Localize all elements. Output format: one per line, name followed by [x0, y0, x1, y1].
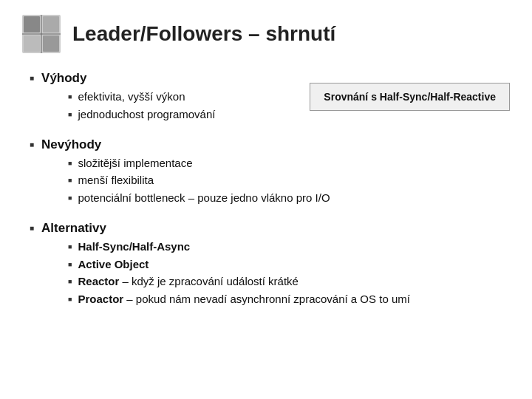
logo-icon: [22, 15, 61, 53]
sub-bullet-icon: ■: [68, 194, 72, 203]
item-text: Half-Sync/Half-Async: [78, 239, 409, 255]
list-item: ■ Proactor – pokud nám nevadí asynchronn…: [68, 291, 410, 307]
vyhody-list: ■ efektivita, vyšší výkon ■ jednoduchost…: [68, 89, 215, 123]
svg-rect-2: [43, 16, 59, 33]
svg-rect-4: [43, 35, 59, 52]
page-title: Leader/Followers – shrnutí: [72, 22, 335, 46]
item-text: efektivita, vyšší výkon: [78, 89, 215, 105]
sub-bullet-icon: ■: [68, 260, 72, 270]
sub-bullet-icon: ■: [68, 295, 72, 304]
bullet-n-1: ■: [30, 74, 34, 82]
section-title-alternativy: Alternativy: [41, 221, 410, 236]
slide-header: Leader/Followers – shrnutí: [22, 15, 510, 53]
item-text: Active Object: [78, 256, 409, 273]
svg-rect-3: [24, 35, 40, 52]
sub-bullet-icon: ■: [68, 277, 72, 287]
alternativy-list: ■ Half-Sync/Half-Async ■ Active Object ■…: [68, 239, 410, 307]
section-title-vyhody: Výhody: [41, 71, 215, 86]
section-nevyhody: ■ Nevýhody ■ složitější implementace ■ m…: [30, 137, 510, 208]
list-item: ■ Half-Sync/Half-Async: [68, 239, 410, 255]
section-alternativy: ■ Alternativy ■ Half-Sync/Half-Async ■ A…: [30, 221, 510, 309]
sub-bullet-icon: ■: [68, 176, 72, 185]
svg-rect-1: [24, 16, 40, 33]
highlight-box: Srovnání s Half-Sync/Half-Reactive: [310, 83, 510, 111]
bullet-n-2: ■: [30, 140, 34, 149]
list-item: ■ složitější implementace: [68, 155, 330, 171]
item-text: složitější implementace: [78, 155, 330, 171]
slide: Leader/Followers – shrnutí Srovnání s Ha…: [0, 0, 532, 399]
list-item: ■ Active Object: [68, 256, 410, 273]
sub-bullet-icon: ■: [68, 92, 72, 102]
sub-bullet-icon: ■: [68, 242, 72, 252]
list-item: ■ potenciální bottleneck – pouze jedno v…: [68, 190, 330, 206]
bullet-n-3: ■: [30, 224, 34, 232]
item-text: Reactor – když je zpracování událostí kr…: [78, 273, 409, 290]
section-title-nevyhody: Nevýhody: [41, 137, 330, 152]
list-item: ■ jednoduchost programování: [68, 106, 215, 123]
item-text: Proactor – pokud nám nevadí asynchronní …: [78, 291, 409, 307]
item-text: potenciální bottleneck – pouze jedno vlá…: [78, 190, 330, 206]
nevyhody-list: ■ složitější implementace ■ menší flexib…: [68, 155, 330, 206]
item-text: jednoduchost programování: [78, 106, 215, 123]
list-item: ■ Reactor – když je zpracování událostí …: [68, 273, 410, 290]
item-text: menší flexibilita: [78, 172, 330, 188]
list-item: ■ efektivita, vyšší výkon: [68, 89, 215, 105]
sub-bullet-icon: ■: [68, 159, 72, 168]
sub-bullet-icon: ■: [68, 110, 72, 120]
list-item: ■ menší flexibilita: [68, 172, 330, 188]
